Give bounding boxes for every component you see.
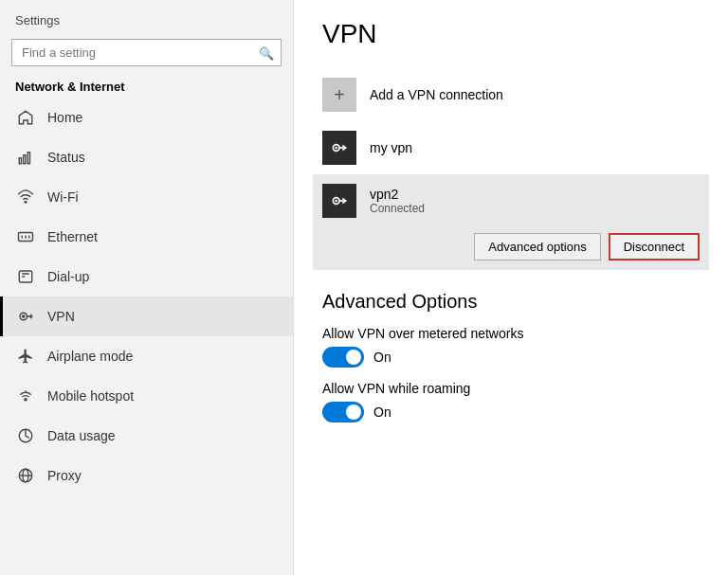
advanced-options-title: Advanced Options (322, 291, 700, 313)
vpn-item-vpn2-icon (322, 184, 356, 218)
option-roaming-toggle-row: On (322, 402, 700, 422)
advanced-options-section: Advanced Options Allow VPN over metered … (322, 291, 700, 422)
svg-point-3 (25, 201, 27, 203)
airplane-icon (15, 346, 36, 367)
sidebar-item-dialup[interactable]: Dial-up (0, 257, 293, 296)
roaming-toggle-label: On (373, 404, 391, 420)
sidebar-item-data-label: Data usage (47, 428, 116, 443)
vpn-item-myvpn-icon (322, 131, 356, 165)
sidebar-item-airplane[interactable]: Airplane mode (0, 336, 293, 376)
sidebar-item-status[interactable]: Status (0, 137, 293, 177)
sidebar-item-proxy-label: Proxy (47, 468, 82, 483)
vpn-action-buttons: Advanced options Disconnect (313, 227, 709, 270)
option-metered-networks-label: Allow VPN over metered networks (322, 326, 700, 341)
roaming-toggle[interactable] (322, 402, 364, 422)
vpn-item-myvpn-name: my vpn (370, 140, 700, 155)
sidebar-item-hotspot[interactable]: Mobile hotspot (0, 376, 293, 416)
sidebar-item-proxy[interactable]: Proxy (0, 456, 293, 495)
option-metered-toggle-row: On (322, 347, 700, 368)
main-content: VPN + Add a VPN connection my vpn (294, 0, 728, 575)
ethernet-icon (15, 226, 36, 247)
sidebar-item-ethernet-label: Ethernet (47, 229, 98, 244)
svg-rect-0 (19, 158, 21, 164)
vpn-icon (15, 306, 36, 327)
svg-point-10 (23, 315, 25, 317)
sidebar-item-wifi[interactable]: Wi-Fi (0, 177, 293, 217)
sidebar-item-wifi-label: Wi-Fi (47, 189, 79, 205)
hotspot-icon (15, 386, 36, 406)
svg-rect-1 (24, 155, 26, 164)
sidebar-item-home-label: Home (47, 110, 82, 125)
option-roaming: Allow VPN while roaming On (322, 381, 700, 422)
sidebar-item-ethernet[interactable]: Ethernet (0, 217, 293, 257)
option-roaming-label: Allow VPN while roaming (322, 381, 700, 396)
vpn-item-myvpn-info: my vpn (370, 140, 700, 155)
sidebar-item-status-label: Status (47, 150, 85, 165)
svg-rect-8 (19, 271, 32, 282)
sidebar-item-vpn-label: VPN (47, 309, 75, 324)
sidebar-item-data[interactable]: Data usage (0, 416, 293, 456)
option-metered-networks: Allow VPN over metered networks On (322, 326, 700, 368)
add-vpn-icon: + (322, 78, 356, 112)
sidebar-item-hotspot-label: Mobile hotspot (47, 388, 134, 404)
metered-networks-toggle-label: On (373, 350, 391, 365)
svg-point-19 (335, 200, 337, 203)
svg-rect-2 (27, 153, 29, 164)
vpn-item-vpn2-info: vpn2 Connected (370, 187, 700, 215)
page-title: VPN (322, 19, 700, 49)
metered-networks-toggle[interactable] (322, 347, 364, 368)
sidebar-item-vpn[interactable]: VPN (0, 296, 293, 336)
sidebar: Settings 🔍 Network & Internet Home Statu… (0, 0, 294, 575)
vpn-item-vpn2-name: vpn2 (370, 187, 700, 202)
sidebar-item-dialup-label: Dial-up (47, 269, 89, 284)
proxy-icon (15, 465, 36, 486)
search-container: 🔍 (11, 39, 282, 66)
vpn-list: + Add a VPN connection my vpn (322, 68, 700, 270)
sidebar-item-airplane-label: Airplane mode (47, 349, 133, 364)
search-input[interactable] (11, 39, 282, 66)
section-title: Network & Internet (0, 74, 293, 98)
disconnect-button[interactable]: Disconnect (609, 233, 700, 261)
add-vpn-item[interactable]: + Add a VPN connection (322, 68, 700, 121)
svg-point-17 (335, 147, 337, 150)
home-icon (15, 107, 36, 128)
advanced-options-button[interactable]: Advanced options (474, 233, 600, 261)
wifi-icon (15, 187, 36, 207)
svg-point-11 (25, 399, 27, 401)
search-icon: 🔍 (259, 45, 274, 60)
data-icon (15, 425, 36, 446)
add-vpn-label: Add a VPN connection (370, 87, 503, 102)
vpn-item-vpn2-status: Connected (370, 202, 700, 215)
dialup-icon (15, 266, 36, 287)
vpn-item-myvpn[interactable]: my vpn (322, 121, 700, 174)
app-title: Settings (0, 0, 293, 35)
status-icon (15, 147, 36, 168)
vpn-item-vpn2[interactable]: vpn2 Connected (313, 174, 709, 227)
sidebar-item-home[interactable]: Home (0, 98, 293, 137)
